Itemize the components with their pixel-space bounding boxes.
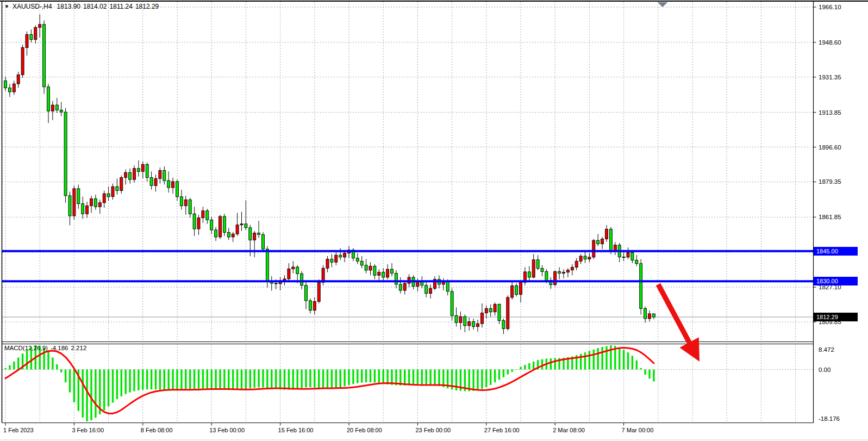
macd-bar (589, 351, 590, 369)
quote-open: 1813.90 (57, 3, 80, 10)
arrow-shaft (658, 284, 691, 345)
candle-body (258, 233, 260, 234)
trend-arrow-annotation[interactable] (658, 284, 700, 362)
macd-bar (288, 370, 290, 390)
candle-body (485, 308, 488, 313)
chart-shift-marker-icon[interactable] (658, 2, 668, 7)
candlestick-series[interactable] (4, 14, 655, 334)
candle-body (399, 284, 402, 290)
candle-body (403, 283, 406, 290)
macd-bar (266, 370, 268, 388)
macd-bar (554, 358, 556, 370)
candle-body (245, 224, 247, 228)
candle-body (425, 285, 428, 294)
macd-bar (623, 350, 625, 369)
candle-body (644, 308, 647, 319)
macd-bar (314, 370, 315, 388)
macd-bar (138, 370, 139, 390)
macd-bar (4, 368, 6, 370)
candle-body (210, 220, 213, 230)
candle-body (511, 285, 514, 297)
candle-body (305, 285, 308, 301)
macd-bar (426, 370, 427, 384)
candle-body (47, 87, 50, 111)
macd-bar (17, 357, 19, 369)
candle-body (240, 224, 243, 225)
candle-body (288, 269, 290, 279)
candle-body (154, 178, 157, 185)
candle-body (498, 305, 501, 321)
macd-bar (485, 370, 487, 388)
macd-bar (245, 370, 247, 389)
candle-body (455, 315, 458, 322)
macd-bar (52, 357, 53, 369)
macd-bar (211, 370, 213, 389)
macd-bar (73, 370, 75, 402)
macd-bar (327, 370, 328, 389)
macd-bar (632, 356, 633, 369)
macd-axis-label: -18.176 (819, 415, 840, 422)
macd-bar (404, 370, 405, 386)
candle-body (369, 266, 372, 270)
macd-bar (644, 370, 646, 375)
candle-body (172, 182, 174, 188)
candle-body (575, 261, 578, 267)
macd-bar (348, 370, 349, 386)
candle-body (554, 272, 557, 285)
candle-body (515, 285, 518, 294)
macd-bar (176, 370, 178, 390)
macd-bar (593, 350, 595, 370)
macd-bar (297, 370, 298, 389)
candle-body (55, 105, 58, 110)
macd-bar (648, 370, 650, 379)
time-axis-label: 3 Feb 16:00 (72, 427, 104, 433)
macd-bar (108, 370, 109, 407)
candle-body (103, 194, 105, 203)
candle-body (464, 316, 466, 326)
macd-bar (361, 370, 363, 383)
price-axis-label: 1879.35 (819, 178, 841, 185)
time-axis[interactable]: 1 Feb 20233 Feb 16:008 Feb 08:0013 Feb 0… (3, 423, 653, 434)
macd-bar (271, 370, 272, 389)
macd-bar (357, 370, 358, 383)
price-axis[interactable]: 1966.101948.601931.351913.851896.601879.… (814, 4, 841, 422)
macd-bar (284, 370, 285, 390)
macd-bar (155, 370, 157, 390)
macd-bar (241, 370, 242, 390)
candle-body (39, 24, 41, 28)
candle-body (472, 321, 475, 326)
macd-bar (133, 370, 135, 392)
macd-bar (13, 362, 15, 370)
candle-body (335, 255, 338, 262)
candle-body (107, 194, 110, 197)
candle-body (274, 283, 277, 284)
macd-bar (383, 370, 384, 384)
time-axis-label: 15 Feb 16:00 (278, 427, 314, 433)
candle-body (236, 225, 239, 234)
candle-body (520, 282, 522, 294)
candle-body (502, 321, 505, 329)
macd-bar (249, 370, 251, 389)
macd-bar (185, 370, 186, 390)
candle-body (21, 47, 24, 74)
candle-body (26, 34, 28, 47)
candle-body (17, 75, 20, 84)
candle-body (622, 257, 625, 257)
macd-bar (219, 370, 221, 390)
macd-bar (275, 370, 277, 389)
candle-body (365, 265, 367, 270)
macd-signal-line (5, 348, 654, 414)
price-axis-label: 1966.10 (819, 4, 841, 10)
candle-body (4, 81, 7, 88)
macd-bar (352, 370, 354, 384)
candle-body (202, 211, 204, 218)
chart-canvas[interactable]: 1966.101948.601931.351913.851896.601879.… (0, 0, 868, 441)
quote-close: 1812.29 (135, 3, 159, 10)
candle-body (494, 305, 496, 312)
candle-body (536, 260, 539, 269)
candle-body (176, 182, 179, 197)
macd-bar (121, 370, 122, 396)
candle-body (545, 272, 548, 281)
macd-bar (421, 370, 423, 384)
candle-body (489, 308, 492, 312)
